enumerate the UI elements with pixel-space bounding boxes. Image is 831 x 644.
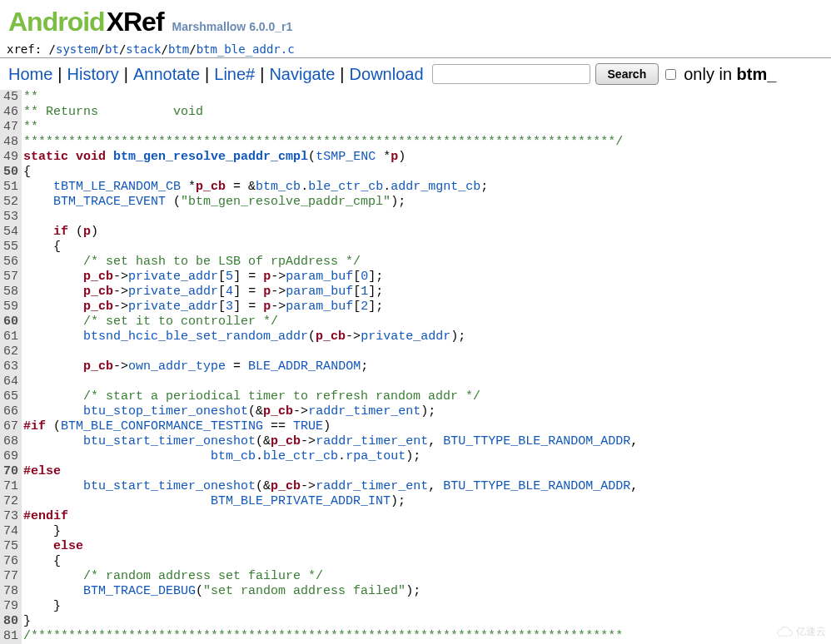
line-number[interactable]: 75 [3, 539, 18, 554]
line-number[interactable]: 51 [3, 180, 18, 195]
source-line: #else [23, 464, 638, 479]
source-line: else [23, 539, 638, 554]
line-number[interactable]: 46 [3, 105, 18, 120]
breadcrumb-segment[interactable]: stack [126, 42, 161, 56]
nav-home-link[interactable]: Home [8, 65, 52, 84]
breadcrumb-segment[interactable]: btm [168, 42, 189, 56]
line-number[interactable]: 48 [3, 135, 18, 150]
logo-xref-text: XRef [107, 7, 164, 37]
source-line: #endif [23, 509, 638, 524]
source-line: } [23, 599, 638, 614]
line-number[interactable]: 81 [3, 629, 18, 644]
source-line: p_cb->private_addr[3] = p->param_buf[2]; [23, 300, 638, 315]
line-number-gutter: 4546474849505152535455565758596061626364… [0, 90, 22, 644]
line-number[interactable]: 79 [3, 599, 18, 614]
source-line: btsnd_hcic_ble_set_random_addr(p_cb->pri… [23, 329, 638, 344]
source-line: /***************************************… [23, 629, 638, 644]
logo-version-text: Marshmallow 6.0.0_r1 [172, 20, 293, 33]
source-line: p_cb->private_addr[5] = p->param_buf[0]; [23, 270, 638, 285]
nav-history-link[interactable]: History [67, 65, 119, 84]
line-number[interactable]: 56 [3, 255, 18, 270]
source-line: { [23, 554, 638, 569]
source-line: static void btm_gen_resolve_paddr_cmpl(t… [23, 150, 638, 165]
search-button[interactable]: Search [595, 63, 659, 85]
watermark: 亿速云 [774, 624, 826, 639]
logo[interactable]: Android XRef Marshmallow 6.0.0_r1 [8, 7, 823, 37]
line-number[interactable]: 61 [3, 329, 18, 344]
line-number[interactable]: 77 [3, 569, 18, 584]
line-number[interactable]: 80 [3, 614, 18, 629]
nav-line-link[interactable]: Line# [214, 65, 255, 84]
nav-download-link[interactable]: Download [350, 65, 424, 84]
only-in-label: only in btm_ [684, 65, 776, 84]
line-number[interactable]: 59 [3, 300, 18, 315]
breadcrumb: xref: /system/bt/stack/btm/btm_ble_addr.… [0, 41, 831, 58]
line-number[interactable]: 58 [3, 285, 18, 300]
source-line: /* start a periodical timer to refresh r… [23, 389, 638, 404]
line-number[interactable]: 50 [3, 165, 18, 180]
line-number[interactable]: 67 [3, 419, 18, 434]
nav-sep: | [205, 65, 209, 84]
line-number[interactable]: 74 [3, 524, 18, 539]
line-number[interactable]: 60 [3, 315, 18, 329]
source-line: { [23, 240, 638, 255]
nav-sep: | [260, 65, 264, 84]
source-viewer: 4546474849505152535455565758596061626364… [0, 90, 831, 644]
source-line: p_cb->own_addr_type = BLE_ADDR_RANDOM; [23, 359, 638, 374]
line-number[interactable]: 69 [3, 449, 18, 464]
nav-annotate-link[interactable]: Annotate [133, 65, 200, 84]
source-line: } [23, 524, 638, 539]
line-number[interactable]: 45 [3, 90, 18, 105]
line-number[interactable]: 54 [3, 225, 18, 240]
line-number[interactable]: 66 [3, 404, 18, 419]
line-number[interactable]: 72 [3, 494, 18, 509]
line-number[interactable]: 53 [3, 210, 18, 225]
line-number[interactable]: 49 [3, 150, 18, 165]
source-line: p_cb->private_addr[4] = p->param_buf[1]; [23, 285, 638, 300]
nav-sep: | [124, 65, 128, 84]
line-number[interactable]: 70 [3, 464, 18, 479]
source-line: /* set hash to be LSB of rpAddress */ [23, 255, 638, 270]
source-line: if (p) [23, 225, 638, 240]
source-line: /* random address set failure */ [23, 569, 638, 584]
line-number[interactable]: 65 [3, 389, 18, 404]
source-line: { [23, 165, 638, 180]
logo-android-text: Android [8, 7, 105, 37]
breadcrumb-segment[interactable]: system [56, 42, 98, 56]
source-line: ** [23, 90, 638, 105]
line-number[interactable]: 63 [3, 359, 18, 374]
source-line: BTM_BLE_PRIVATE_ADDR_INT); [23, 494, 638, 509]
source-line [23, 210, 638, 225]
source-line: ****************************************… [23, 135, 638, 150]
breadcrumb-prefix: xref: [7, 42, 49, 56]
search-input[interactable] [432, 64, 590, 84]
source-line: /* set it to controller */ [23, 315, 638, 329]
line-number[interactable]: 62 [3, 344, 18, 359]
line-number[interactable]: 52 [3, 195, 18, 210]
source-line: #if (BTM_BLE_CONFORMANCE_TESTING == TRUE… [23, 419, 638, 434]
source-line: btu_start_timer_oneshot(&p_cb->raddr_tim… [23, 434, 638, 449]
source-line: ** [23, 120, 638, 135]
line-number[interactable]: 78 [3, 584, 18, 599]
source-line: btm_cb.ble_ctr_cb.rpa_tout); [23, 449, 638, 464]
only-in-checkbox[interactable] [665, 69, 676, 80]
line-number[interactable]: 71 [3, 479, 18, 494]
source-line: tBTM_LE_RANDOM_CB *p_cb = &btm_cb.ble_ct… [23, 180, 638, 195]
line-number[interactable]: 68 [3, 434, 18, 449]
breadcrumb-segment[interactable]: bt [105, 42, 119, 56]
line-number[interactable]: 55 [3, 240, 18, 255]
line-number[interactable]: 73 [3, 509, 18, 524]
toolbar: Home | History | Annotate | Line# | Navi… [0, 58, 831, 90]
line-number[interactable]: 76 [3, 554, 18, 569]
line-number[interactable]: 64 [3, 374, 18, 389]
source-code: **** Returns void***********************… [22, 90, 638, 644]
line-number[interactable]: 57 [3, 270, 18, 285]
source-line: BTM_TRACE_EVENT ("btm_gen_resolve_paddr_… [23, 195, 638, 210]
line-number[interactable]: 47 [3, 120, 18, 135]
nav-navigate-link[interactable]: Navigate [269, 65, 335, 84]
cloud-icon [774, 624, 794, 639]
breadcrumb-segment[interactable]: btm_ble_addr.c [197, 42, 295, 56]
source-line [23, 374, 638, 389]
source-line: ** Returns void [23, 105, 638, 120]
source-line: BTM_TRACE_DEBUG("set random address fail… [23, 584, 638, 599]
